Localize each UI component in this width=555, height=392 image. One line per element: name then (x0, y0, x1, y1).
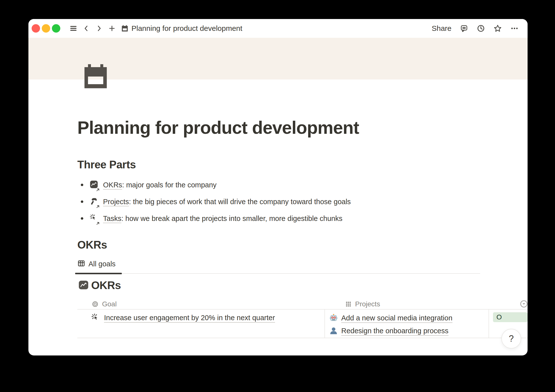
click-burst-icon (91, 313, 101, 324)
tasks-page-link[interactable]: Tasks (103, 215, 121, 223)
active-tab-underline (75, 273, 122, 274)
projects-cell: Add a new social media integration Redes… (324, 310, 489, 338)
back-icon[interactable] (82, 24, 90, 33)
robot-emoji (329, 314, 338, 323)
breadcrumb-calendar-icon (121, 24, 129, 33)
database-title-link[interactable]: OKRs (91, 279, 121, 292)
list-item: Tasks: how we break apart the projects i… (77, 210, 528, 227)
traffic-lights (32, 24, 60, 33)
sidebar-menu-icon[interactable] (69, 24, 78, 33)
app-window: Planning for product development Share (28, 19, 528, 355)
bullet-dot (81, 200, 83, 203)
three-parts-list: OKRs: major goals for the company (77, 176, 528, 227)
help-button[interactable]: ? (501, 329, 521, 349)
chart-increasing-icon (90, 180, 100, 190)
goal-cell: Increase user engagement by 20% in the n… (77, 310, 324, 338)
column-header-projects[interactable]: Projects (341, 299, 516, 309)
updates-clock-icon[interactable] (477, 24, 485, 33)
column-header-goal[interactable]: Goal (77, 299, 341, 309)
list-item: OKRs: major goals for the company (77, 176, 528, 193)
column-header-label: Projects (355, 300, 380, 308)
minimize-window-button[interactable] (42, 24, 50, 33)
table-row: Increase user engagement by 20% in the n… (77, 310, 528, 338)
breadcrumb[interactable]: Planning for product development (131, 24, 242, 33)
zoom-window-button[interactable] (52, 24, 60, 33)
person-emoji (329, 327, 338, 336)
project-page-link[interactable]: Add a new social media integration (341, 314, 452, 323)
forward-icon[interactable] (95, 24, 103, 33)
close-window-button[interactable] (32, 24, 40, 33)
link-arrow-icon (95, 186, 100, 191)
project-entry: Add a new social media integration (329, 312, 489, 325)
okrs-page-link[interactable]: OKRs (103, 181, 122, 190)
list-item: Projects: the big pieces of work that wi… (77, 193, 528, 210)
bullet-description: : the big pieces of work that will drive… (129, 198, 351, 206)
bullet-description: : how we break apart the projects into s… (121, 215, 342, 222)
target-icon (92, 301, 99, 308)
tab-all-goals[interactable]: All goals (77, 258, 116, 269)
relation-grid-icon (345, 301, 352, 307)
okrs-table: Goal Projects (77, 299, 528, 338)
project-entry: Redesign the onboarding process (329, 325, 489, 338)
table-header-row: Goal Projects (77, 299, 528, 310)
project-page-link[interactable]: Redesign the onboarding process (341, 327, 448, 336)
three-parts-heading: Three Parts (77, 157, 528, 172)
goal-page-link[interactable]: Increase user engagement by 20% in the n… (104, 314, 275, 323)
titlebar: Planning for product development Share (28, 19, 528, 38)
bullet-dot (81, 217, 83, 220)
comments-icon[interactable] (460, 24, 468, 33)
projects-page-link[interactable]: Projects (103, 198, 129, 206)
page-title: Planning for product development (77, 117, 528, 138)
link-arrow-icon (95, 203, 100, 208)
column-header-label: Goal (102, 300, 117, 308)
share-button[interactable]: Share (432, 24, 451, 33)
bullet-dot (81, 184, 83, 186)
collapse-column-icon[interactable] (520, 300, 528, 308)
view-tab-strip: All goals (77, 258, 480, 274)
favorite-star-icon[interactable] (493, 24, 502, 33)
page-calendar-icon[interactable] (82, 62, 110, 91)
tab-label: All goals (88, 260, 116, 268)
chart-increasing-icon (79, 280, 88, 291)
status-badge[interactable]: O (493, 312, 528, 322)
database-title-row: OKRs (79, 279, 528, 292)
okrs-heading: OKRs (77, 238, 528, 252)
more-options-icon[interactable] (510, 24, 519, 33)
link-arrow-icon (95, 219, 100, 224)
bullet-description: : major goals for the company (122, 181, 216, 189)
table-view-icon (77, 259, 85, 268)
new-tab-icon[interactable] (108, 24, 116, 33)
hammer-icon (90, 197, 100, 207)
click-burst-icon (90, 214, 100, 223)
